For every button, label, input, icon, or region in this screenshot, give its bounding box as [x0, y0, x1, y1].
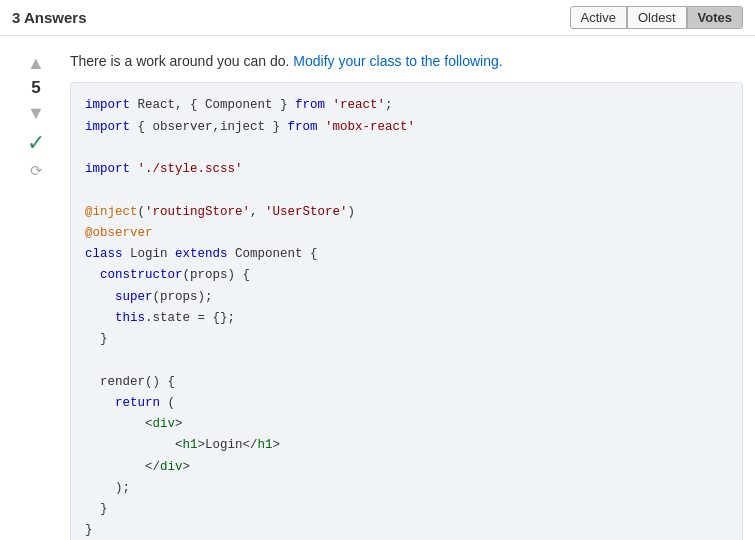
answer-intro-text: There is a work around you can do. Modif…: [70, 53, 503, 69]
vote-count: 5: [31, 78, 40, 98]
answer-content: There is a work around you can do. Modif…: [60, 50, 743, 540]
history-icon[interactable]: ⟳: [30, 162, 43, 180]
page-container: 3 Answers Active Oldest Votes ▲ 5 ▼ ✓ ⟳ …: [0, 0, 755, 540]
answers-header: 3 Answers Active Oldest Votes: [0, 0, 755, 36]
accepted-check-icon: ✓: [27, 132, 45, 154]
sort-votes-button[interactable]: Votes: [687, 6, 743, 29]
sort-active-button[interactable]: Active: [570, 6, 627, 29]
downvote-button[interactable]: ▼: [22, 102, 50, 124]
answers-title: 3 Answers: [12, 9, 86, 26]
answer-block: ▲ 5 ▼ ✓ ⟳ There is a work around you can…: [0, 36, 755, 540]
vote-column: ▲ 5 ▼ ✓ ⟳: [12, 50, 60, 540]
sort-buttons: Active Oldest Votes: [570, 6, 743, 29]
sort-oldest-button[interactable]: Oldest: [627, 6, 687, 29]
answer-intro: There is a work around you can do. Modif…: [70, 50, 743, 72]
upvote-button[interactable]: ▲: [22, 52, 50, 74]
code-block: import React, { Component } from 'react'…: [70, 82, 743, 540]
modify-link[interactable]: Modify your class to the following.: [293, 53, 502, 69]
